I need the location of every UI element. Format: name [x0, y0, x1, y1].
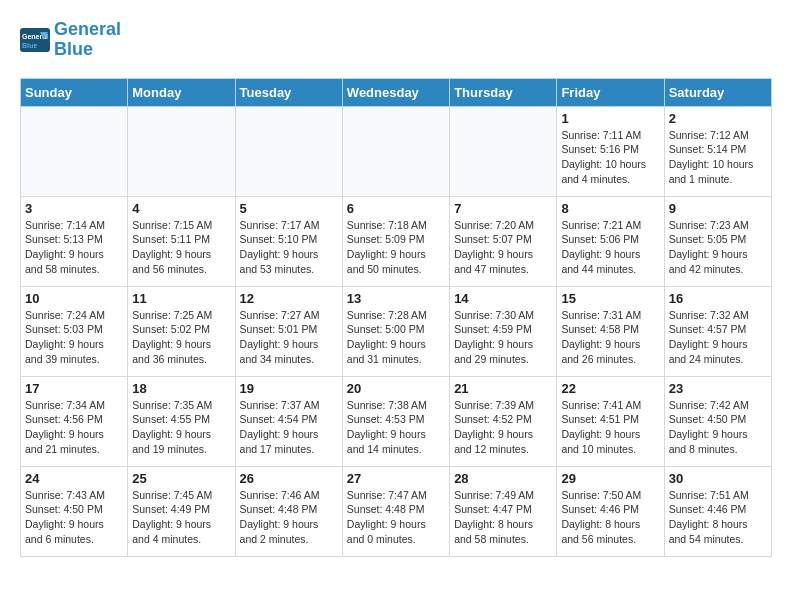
- day-number: 17: [25, 381, 123, 396]
- calendar-cell: 30Sunrise: 7:51 AM Sunset: 4:46 PM Dayli…: [664, 466, 771, 556]
- day-number: 27: [347, 471, 445, 486]
- calendar-cell: 20Sunrise: 7:38 AM Sunset: 4:53 PM Dayli…: [342, 376, 449, 466]
- day-info: Sunrise: 7:20 AM Sunset: 5:07 PM Dayligh…: [454, 218, 552, 277]
- calendar-cell: 19Sunrise: 7:37 AM Sunset: 4:54 PM Dayli…: [235, 376, 342, 466]
- day-info: Sunrise: 7:21 AM Sunset: 5:06 PM Dayligh…: [561, 218, 659, 277]
- calendar-cell: [21, 106, 128, 196]
- weekday-header-saturday: Saturday: [664, 78, 771, 106]
- calendar-cell: 23Sunrise: 7:42 AM Sunset: 4:50 PM Dayli…: [664, 376, 771, 466]
- calendar-cell: 26Sunrise: 7:46 AM Sunset: 4:48 PM Dayli…: [235, 466, 342, 556]
- weekday-header-sunday: Sunday: [21, 78, 128, 106]
- calendar-cell: 24Sunrise: 7:43 AM Sunset: 4:50 PM Dayli…: [21, 466, 128, 556]
- calendar-cell: 6Sunrise: 7:18 AM Sunset: 5:09 PM Daylig…: [342, 196, 449, 286]
- day-number: 15: [561, 291, 659, 306]
- day-number: 8: [561, 201, 659, 216]
- calendar-cell: 14Sunrise: 7:30 AM Sunset: 4:59 PM Dayli…: [450, 286, 557, 376]
- day-number: 16: [669, 291, 767, 306]
- day-info: Sunrise: 7:18 AM Sunset: 5:09 PM Dayligh…: [347, 218, 445, 277]
- calendar-cell: 3Sunrise: 7:14 AM Sunset: 5:13 PM Daylig…: [21, 196, 128, 286]
- calendar-cell: [235, 106, 342, 196]
- day-info: Sunrise: 7:51 AM Sunset: 4:46 PM Dayligh…: [669, 488, 767, 547]
- calendar-cell: [128, 106, 235, 196]
- day-info: Sunrise: 7:43 AM Sunset: 4:50 PM Dayligh…: [25, 488, 123, 547]
- day-info: Sunrise: 7:46 AM Sunset: 4:48 PM Dayligh…: [240, 488, 338, 547]
- calendar-cell: 25Sunrise: 7:45 AM Sunset: 4:49 PM Dayli…: [128, 466, 235, 556]
- day-info: Sunrise: 7:38 AM Sunset: 4:53 PM Dayligh…: [347, 398, 445, 457]
- day-info: Sunrise: 7:15 AM Sunset: 5:11 PM Dayligh…: [132, 218, 230, 277]
- calendar-week-row: 24Sunrise: 7:43 AM Sunset: 4:50 PM Dayli…: [21, 466, 772, 556]
- day-number: 12: [240, 291, 338, 306]
- calendar-cell: 12Sunrise: 7:27 AM Sunset: 5:01 PM Dayli…: [235, 286, 342, 376]
- calendar-body: 1Sunrise: 7:11 AM Sunset: 5:16 PM Daylig…: [21, 106, 772, 556]
- day-number: 14: [454, 291, 552, 306]
- weekday-header-thursday: Thursday: [450, 78, 557, 106]
- day-info: Sunrise: 7:25 AM Sunset: 5:02 PM Dayligh…: [132, 308, 230, 367]
- calendar-cell: 21Sunrise: 7:39 AM Sunset: 4:52 PM Dayli…: [450, 376, 557, 466]
- day-number: 7: [454, 201, 552, 216]
- calendar-cell: 2Sunrise: 7:12 AM Sunset: 5:14 PM Daylig…: [664, 106, 771, 196]
- day-number: 11: [132, 291, 230, 306]
- day-number: 3: [25, 201, 123, 216]
- logo-text: General Blue: [54, 20, 121, 60]
- day-info: Sunrise: 7:17 AM Sunset: 5:10 PM Dayligh…: [240, 218, 338, 277]
- day-number: 26: [240, 471, 338, 486]
- calendar-week-row: 3Sunrise: 7:14 AM Sunset: 5:13 PM Daylig…: [21, 196, 772, 286]
- calendar-cell: 28Sunrise: 7:49 AM Sunset: 4:47 PM Dayli…: [450, 466, 557, 556]
- day-info: Sunrise: 7:42 AM Sunset: 4:50 PM Dayligh…: [669, 398, 767, 457]
- day-info: Sunrise: 7:32 AM Sunset: 4:57 PM Dayligh…: [669, 308, 767, 367]
- day-info: Sunrise: 7:14 AM Sunset: 5:13 PM Dayligh…: [25, 218, 123, 277]
- day-info: Sunrise: 7:24 AM Sunset: 5:03 PM Dayligh…: [25, 308, 123, 367]
- calendar-cell: 17Sunrise: 7:34 AM Sunset: 4:56 PM Dayli…: [21, 376, 128, 466]
- day-number: 4: [132, 201, 230, 216]
- day-number: 24: [25, 471, 123, 486]
- day-info: Sunrise: 7:12 AM Sunset: 5:14 PM Dayligh…: [669, 128, 767, 187]
- calendar-cell: 16Sunrise: 7:32 AM Sunset: 4:57 PM Dayli…: [664, 286, 771, 376]
- day-number: 21: [454, 381, 552, 396]
- calendar-week-row: 10Sunrise: 7:24 AM Sunset: 5:03 PM Dayli…: [21, 286, 772, 376]
- weekday-header-wednesday: Wednesday: [342, 78, 449, 106]
- day-number: 19: [240, 381, 338, 396]
- calendar-cell: 29Sunrise: 7:50 AM Sunset: 4:46 PM Dayli…: [557, 466, 664, 556]
- day-info: Sunrise: 7:47 AM Sunset: 4:48 PM Dayligh…: [347, 488, 445, 547]
- calendar-cell: 7Sunrise: 7:20 AM Sunset: 5:07 PM Daylig…: [450, 196, 557, 286]
- day-number: 18: [132, 381, 230, 396]
- calendar-cell: 13Sunrise: 7:28 AM Sunset: 5:00 PM Dayli…: [342, 286, 449, 376]
- calendar-table: SundayMondayTuesdayWednesdayThursdayFrid…: [20, 78, 772, 557]
- day-number: 10: [25, 291, 123, 306]
- weekday-header-monday: Monday: [128, 78, 235, 106]
- calendar-cell: 5Sunrise: 7:17 AM Sunset: 5:10 PM Daylig…: [235, 196, 342, 286]
- calendar-cell: 4Sunrise: 7:15 AM Sunset: 5:11 PM Daylig…: [128, 196, 235, 286]
- day-info: Sunrise: 7:28 AM Sunset: 5:00 PM Dayligh…: [347, 308, 445, 367]
- day-info: Sunrise: 7:45 AM Sunset: 4:49 PM Dayligh…: [132, 488, 230, 547]
- day-number: 5: [240, 201, 338, 216]
- calendar-cell: 27Sunrise: 7:47 AM Sunset: 4:48 PM Dayli…: [342, 466, 449, 556]
- weekday-header-friday: Friday: [557, 78, 664, 106]
- day-number: 29: [561, 471, 659, 486]
- day-number: 30: [669, 471, 767, 486]
- day-info: Sunrise: 7:35 AM Sunset: 4:55 PM Dayligh…: [132, 398, 230, 457]
- calendar-cell: 8Sunrise: 7:21 AM Sunset: 5:06 PM Daylig…: [557, 196, 664, 286]
- day-info: Sunrise: 7:34 AM Sunset: 4:56 PM Dayligh…: [25, 398, 123, 457]
- day-number: 2: [669, 111, 767, 126]
- day-info: Sunrise: 7:49 AM Sunset: 4:47 PM Dayligh…: [454, 488, 552, 547]
- day-number: 22: [561, 381, 659, 396]
- logo-icon: General Blue: [20, 28, 50, 52]
- day-number: 9: [669, 201, 767, 216]
- calendar-cell: 9Sunrise: 7:23 AM Sunset: 5:05 PM Daylig…: [664, 196, 771, 286]
- day-info: Sunrise: 7:50 AM Sunset: 4:46 PM Dayligh…: [561, 488, 659, 547]
- day-info: Sunrise: 7:41 AM Sunset: 4:51 PM Dayligh…: [561, 398, 659, 457]
- day-info: Sunrise: 7:23 AM Sunset: 5:05 PM Dayligh…: [669, 218, 767, 277]
- svg-text:Blue: Blue: [22, 42, 37, 49]
- calendar-header-row: SundayMondayTuesdayWednesdayThursdayFrid…: [21, 78, 772, 106]
- day-number: 13: [347, 291, 445, 306]
- day-info: Sunrise: 7:27 AM Sunset: 5:01 PM Dayligh…: [240, 308, 338, 367]
- day-number: 25: [132, 471, 230, 486]
- day-number: 20: [347, 381, 445, 396]
- calendar-week-row: 17Sunrise: 7:34 AM Sunset: 4:56 PM Dayli…: [21, 376, 772, 466]
- day-info: Sunrise: 7:39 AM Sunset: 4:52 PM Dayligh…: [454, 398, 552, 457]
- day-info: Sunrise: 7:31 AM Sunset: 4:58 PM Dayligh…: [561, 308, 659, 367]
- logo: General Blue General Blue: [20, 20, 121, 60]
- day-number: 28: [454, 471, 552, 486]
- calendar-cell: 10Sunrise: 7:24 AM Sunset: 5:03 PM Dayli…: [21, 286, 128, 376]
- day-number: 1: [561, 111, 659, 126]
